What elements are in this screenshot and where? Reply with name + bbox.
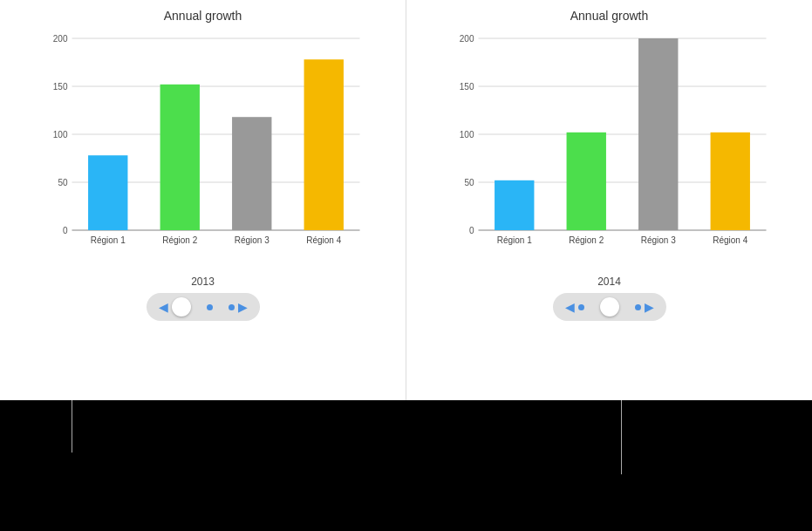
chart-title-1: Annual growth (164, 9, 242, 23)
connector-line-left (72, 400, 72, 453)
chart-title-2: Annual growth (570, 9, 649, 23)
nav-bar-1: ◀▶ (147, 293, 260, 321)
bar-1-1 (88, 155, 127, 230)
svg-text:Région 3: Région 3 (641, 235, 676, 245)
svg-text:Région 3: Région 3 (235, 235, 270, 245)
nav-dot-2-2[interactable] (635, 304, 641, 310)
svg-text:0: 0 (63, 226, 68, 235)
svg-text:Région 2: Région 2 (162, 235, 197, 245)
bar-chart-1: 050100150200Région 1Région 2Région 3Régi… (17, 30, 388, 274)
svg-text:Région 4: Région 4 (306, 235, 341, 245)
bar-1-3 (232, 117, 271, 230)
nav-left-btn-2[interactable]: ◀ (562, 300, 578, 314)
svg-text:Région 1: Région 1 (497, 235, 532, 245)
chart-panel-2: Annual growth050100150200Région 1Région … (406, 0, 812, 400)
chart-panel-1: Annual growth050100150200Région 1Région … (0, 0, 406, 400)
nav-dot-1-2[interactable] (578, 304, 584, 310)
bar-2-2 (567, 133, 606, 230)
bar-1-2 (160, 85, 200, 230)
svg-text:Région 2: Région 2 (569, 235, 604, 245)
nav-thumb-2[interactable] (600, 297, 619, 317)
bar-2-4 (711, 133, 750, 230)
nav-dots-2 (578, 297, 641, 317)
svg-text:150: 150 (53, 82, 68, 92)
svg-text:Région 1: Région 1 (91, 235, 126, 245)
svg-text:200: 200 (53, 34, 68, 44)
nav-right-btn-1[interactable]: ▶ (235, 300, 251, 314)
bar-2-3 (638, 38, 678, 230)
svg-text:0: 0 (469, 226, 474, 235)
connector-line-right (621, 400, 622, 474)
svg-text:100: 100 (53, 130, 68, 140)
bar-2-1 (495, 180, 534, 230)
nav-bar-2: ◀▶ (553, 293, 666, 321)
nav-right-btn-2[interactable]: ▶ (641, 300, 658, 314)
nav-thumb-1[interactable] (172, 297, 191, 317)
svg-text:50: 50 (58, 178, 68, 187)
svg-text:50: 50 (464, 178, 474, 187)
nav-dot-2-1[interactable] (229, 304, 235, 310)
svg-text:150: 150 (460, 82, 474, 92)
bar-1-4 (304, 59, 344, 230)
chart-year-2: 2014 (597, 276, 621, 288)
svg-text:100: 100 (460, 130, 474, 140)
svg-text:200: 200 (460, 34, 474, 44)
bar-chart-2: 050100150200Région 1Région 2Région 3Régi… (424, 30, 795, 274)
nav-left-btn-1[interactable]: ◀ (155, 300, 172, 314)
chart-year-1: 2013 (191, 276, 215, 288)
nav-dot-1-1[interactable] (207, 304, 213, 310)
nav-dots-1 (172, 297, 235, 317)
svg-text:Région 4: Région 4 (713, 235, 747, 245)
